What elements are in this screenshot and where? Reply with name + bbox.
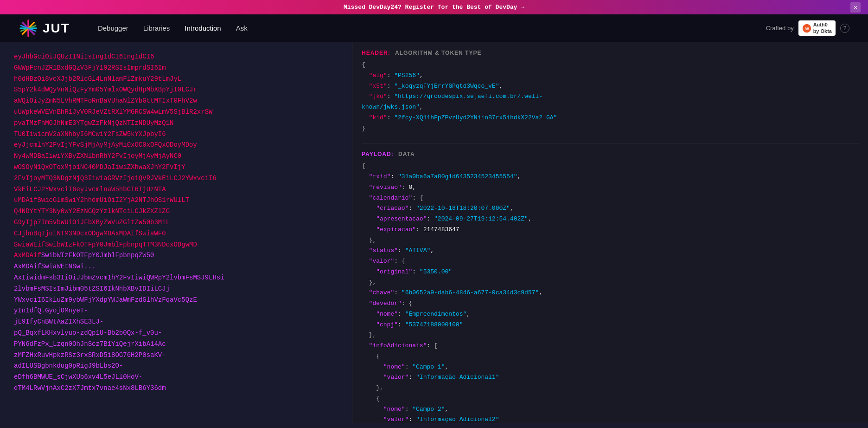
- promo-banner: Missed DevDay24? Register for the Best o…: [0, 0, 868, 14]
- auth0-badge: A0 Auth0 by Okta: [798, 20, 836, 35]
- banner-message: Missed DevDay24? Register for the Best o…: [344, 4, 524, 11]
- nav-introduction[interactable]: Introduction: [185, 24, 221, 32]
- jwt-encoded-text: eyJhbGciOiJQUzI1NiIsIng1dCI6Ing1dCI6GWWp…: [14, 52, 338, 394]
- nav-links: Debugger Libraries Introduction Ask: [98, 24, 248, 32]
- payload-type-text: DATA: [398, 151, 415, 157]
- crafted-by-section: Crafted by A0 Auth0 by Okta ?: [766, 20, 849, 35]
- svg-text:A0: A0: [804, 26, 809, 31]
- section-divider: [362, 143, 859, 143]
- auth0-logo-icon: A0: [802, 24, 811, 33]
- header-type-text: ALGORITHM & TOKEN TYPE: [395, 50, 481, 56]
- nav-ask[interactable]: Ask: [236, 24, 248, 32]
- banner-text: Missed DevDay24? Register for the Best o…: [19, 4, 849, 11]
- main-content: eyJhbGciOiJQUzI1NiIsIng1dCI6Ing1dCI6GWWp…: [0, 42, 868, 423]
- nav-debugger[interactable]: Debugger: [98, 24, 128, 32]
- banner-close-button[interactable]: ×: [850, 2, 861, 13]
- help-icon[interactable]: ?: [840, 24, 849, 33]
- payload-section-label: PAYLOAD: DATA: [362, 151, 859, 157]
- jwt-payload-part: SwibWIzFkOTFpY0JmblFpbnpqZW50AxMDAifSwia…: [14, 252, 224, 392]
- header-section-label: HEADER: ALGORITHM & TOKEN TYPE: [362, 50, 859, 56]
- right-panel: HEADER: ALGORITHM & TOKEN TYPE { "alg": …: [352, 42, 868, 423]
- header-label-text: HEADER:: [362, 50, 390, 56]
- payload-label-text: PAYLOAD:: [362, 151, 394, 157]
- crafted-by-label: Crafted by: [766, 25, 794, 32]
- nav-libraries[interactable]: Libraries: [143, 24, 170, 32]
- header-json-block: { "alg": "PS256", "x5t": "_koqyzqFYjErrY…: [362, 60, 859, 134]
- navbar: JUT Debugger Libraries Introduction Ask …: [0, 14, 868, 42]
- jwt-header-part: eyJhbGciOiJQUzI1NiIsIng1dCI6Ing1dCI6GWWp…: [14, 53, 217, 259]
- logo-icon: [19, 19, 38, 38]
- auth0-text: Auth0 by Okta: [813, 22, 832, 34]
- logo-text: JUT: [43, 21, 70, 36]
- logo-link[interactable]: JUT: [19, 19, 70, 38]
- left-panel: eyJhbGciOiJQUzI1NiIsIng1dCI6Ing1dCI6GWWp…: [0, 42, 352, 423]
- payload-json-block: { "txid": "31a0ba6a7a80g1d64352345234555…: [362, 161, 859, 423]
